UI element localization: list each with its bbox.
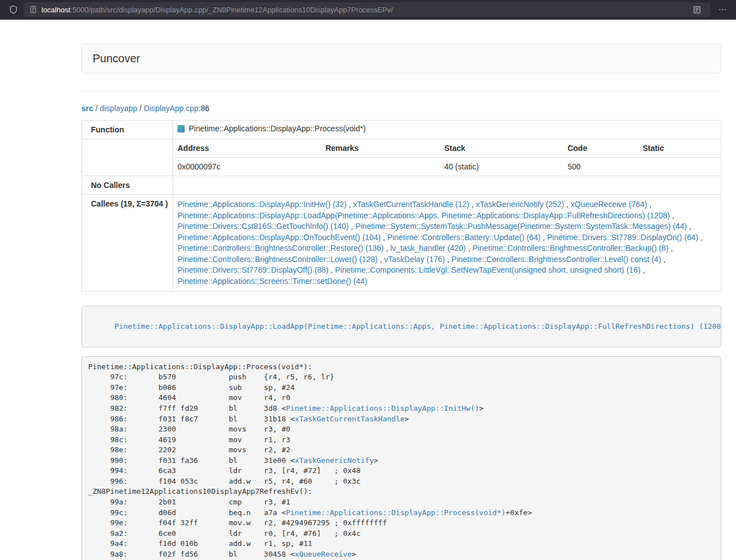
reader-view-icon[interactable] — [689, 2, 705, 17]
code-symbol-link[interactable]: Pinetime::Applications::DisplayApp::Proc… — [286, 508, 505, 517]
stats-table: Address Remarks Stack Code Static 0x0000… — [173, 139, 721, 176]
site-identity-icon[interactable] — [29, 6, 37, 13]
callee-link[interactable]: Pinetime::Drivers::St7789::DisplayOn() (… — [547, 233, 698, 242]
value-address: 0x0000097c — [173, 158, 321, 176]
toolbar-right-group: ⋯ — [715, 2, 730, 17]
code-symbol-link[interactable]: xTaskGenericNotify — [295, 456, 374, 465]
col-header-address: Address — [173, 139, 321, 158]
function-detail-table: Function Pinetime::Applications::Display… — [81, 120, 721, 292]
callee-link[interactable]: xTaskGetCurrentTaskHandle (12) — [353, 200, 469, 209]
stats-label-empty — [82, 139, 173, 176]
browser-window: localhost:5000/path/src/displayapp/Displ… — [0, 0, 736, 560]
browser-toolbar: localhost:5000/path/src/displayapp/Displ… — [0, 0, 736, 20]
function-name-cell: Pinetime::Applications::DisplayApp::Proc… — [173, 121, 721, 139]
no-callers-cell — [173, 176, 721, 195]
callee-link[interactable]: Pinetime::Controllers::BrightnessControl… — [472, 244, 668, 253]
url-bar[interactable]: localhost:5000/path/src/displayapp/Displ… — [24, 2, 710, 17]
page-title: Puncover — [93, 52, 710, 65]
highlighted-symbol-box: Pinetime::Applications::DisplayApp::Load… — [81, 306, 721, 347]
tracking-protection-shield-icon[interactable] — [6, 2, 21, 17]
page-content: Puncover src / displayapp / DisplayApp.c… — [81, 20, 721, 560]
callee-link[interactable]: xTaskGenericNotify (252) — [476, 200, 564, 209]
no-callers-label: No Callers — [82, 176, 173, 195]
callee-link[interactable]: Pinetime::Drivers::St7789::DisplayOff() … — [177, 265, 328, 274]
breadcrumb: src / displayapp / DisplayApp.cpp:86 — [81, 104, 721, 113]
callee-link[interactable]: Pinetime::Applications::Screens::Timer::… — [177, 277, 367, 286]
code-symbol-link[interactable]: xTaskGetCurrentTaskHandle — [295, 415, 405, 423]
breadcrumb-link-src[interactable]: src — [81, 104, 93, 113]
value-code: 500 — [563, 158, 638, 176]
callee-link[interactable]: Pinetime::Controllers::BrightnessControl… — [177, 255, 377, 264]
breadcrumb-separator: / — [138, 104, 144, 113]
callee-link[interactable]: Pinetime::Controllers::BrightnessControl… — [451, 255, 661, 264]
disassembly: Pinetime::Applications::DisplayApp::Proc… — [81, 356, 721, 560]
callee-link[interactable]: vTaskDelay (176) — [384, 255, 445, 264]
callee-link[interactable]: Pinetime::Components::LittleVgl::SetNewT… — [335, 265, 641, 274]
breadcrumb-link-file[interactable]: DisplayApp.cpp — [144, 104, 198, 113]
callee-link[interactable]: Pinetime::Applications::DisplayApp::Init… — [177, 200, 346, 209]
col-header-remarks: Remarks — [321, 139, 440, 158]
app-header-panel: Puncover — [81, 44, 721, 74]
function-row: Function Pinetime::Applications::Display… — [82, 121, 721, 139]
value-static — [638, 158, 721, 176]
value-stack: 40 (static) — [440, 158, 563, 176]
no-callers-row: No Callers — [82, 176, 721, 195]
callee-link[interactable]: Pinetime::Drivers::Cst816S::GetTouchInfo… — [177, 222, 349, 231]
callee-link[interactable]: Pinetime::Controllers::BrightnessControl… — [177, 244, 383, 253]
callees-label: Callees (19, Σ=3704 ) — [82, 195, 173, 292]
callee-link[interactable]: Pinetime::Controllers::Battery::Update()… — [387, 233, 541, 242]
function-label: Function — [82, 121, 173, 139]
col-header-stack: Stack — [440, 139, 563, 158]
code-symbol-link[interactable]: xQueueReceive — [295, 550, 352, 558]
stats-header-row: Address Remarks Stack Code Static — [173, 139, 721, 158]
url-host: localhost — [42, 6, 70, 14]
more-options-icon[interactable]: ⋯ — [715, 2, 730, 17]
code-symbol-link[interactable]: Pinetime::Applications::DisplayApp::Init… — [286, 404, 479, 412]
stats-value-row: 0x0000097c 40 (static) 500 — [173, 158, 721, 176]
callee-link[interactable]: lv_task_handler (420) — [390, 244, 466, 253]
function-name: Pinetime::Applications::DisplayApp::Proc… — [189, 124, 365, 133]
col-header-static: Static — [638, 139, 721, 158]
shield-icon — [9, 5, 18, 14]
url-path: :5000/path/src/displayapp/DisplayApp.cpp… — [70, 6, 393, 14]
stats-row: Address Remarks Stack Code Static 0x0000… — [82, 139, 721, 176]
callees-row: Callees (19, Σ=3704 ) Pinetime::Applicat… — [82, 195, 721, 292]
col-header-code: Code — [563, 139, 638, 158]
highlighted-symbol-link[interactable]: Pinetime::Applications::DisplayApp::Load… — [115, 322, 721, 331]
callee-link[interactable]: xQueueReceive (764) — [571, 200, 647, 209]
breadcrumb-link-displayapp[interactable]: displayapp — [100, 104, 138, 113]
header-divider — [81, 91, 721, 91]
stats-table-cell: Address Remarks Stack Code Static 0x0000… — [173, 139, 721, 176]
breadcrumb-separator: / — [93, 104, 100, 113]
callee-link[interactable]: Pinetime::System::SystemTask::PushMessag… — [355, 222, 687, 231]
url-input[interactable]: localhost:5000/path/src/displayapp/Displ… — [42, 6, 689, 14]
value-remarks — [321, 158, 440, 176]
callee-link[interactable]: Pinetime::Applications::DisplayApp::OnTo… — [177, 233, 381, 242]
callees-list: Pinetime::Applications::DisplayApp::Init… — [173, 195, 721, 292]
breadcrumb-line-number: :86 — [199, 104, 209, 113]
symbol-type-icon — [177, 125, 185, 132]
callee-link[interactable]: Pinetime::Applications::DisplayApp::Load… — [177, 211, 670, 220]
